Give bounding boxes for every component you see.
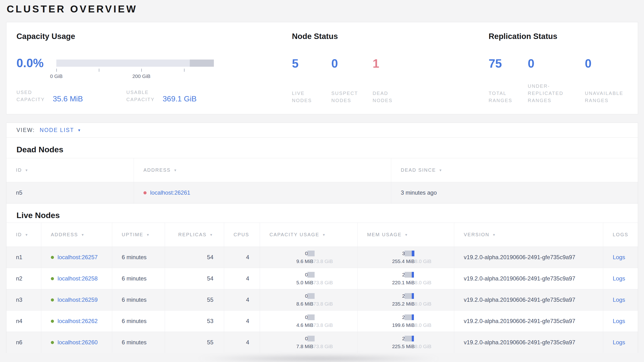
uptime-cell: 6 minutes <box>112 332 165 353</box>
live-node-address-cell: localhost:26259 <box>41 289 112 310</box>
logs-cell: Logs <box>603 289 638 310</box>
usage-used-value: 225.5 MiB <box>392 343 415 349</box>
capacity-axis-tick-label: 0 GiB <box>50 73 63 79</box>
usage-values: 7.8 MiB73.8 GiB <box>296 343 333 349</box>
logs-link[interactable]: Logs <box>613 296 625 303</box>
live-node-address-cell: localhost:26260 <box>41 332 112 353</box>
replication-status-stat: 75TOTAL RANGES <box>488 57 528 104</box>
view-dropdown[interactable]: NODE LIST <box>40 127 74 133</box>
dead-node-id-cell: n5 <box>6 182 134 203</box>
usage-used-value: 220.1 MiB <box>392 280 415 285</box>
mem-usage-cell: 2%220.1 MiB8.0 GiB <box>358 268 454 289</box>
view-bar: VIEW: NODE LIST ▼ <box>6 123 638 138</box>
usage-used-value: 235.2 MiB <box>392 301 415 307</box>
usage-meter: 2% <box>396 272 412 278</box>
usage-total-value: 73.8 GiB <box>314 301 333 307</box>
usage-values: 5.0 MiB73.8 GiB <box>296 280 333 285</box>
view-label: VIEW: <box>16 127 35 133</box>
replication-status-stat: 0UNAVAILABLE RANGES <box>585 57 638 104</box>
usage-total-value: 8.0 GiB <box>414 343 431 349</box>
capacity-axis-ticks <box>56 69 214 72</box>
capacity-axis-tick <box>141 69 142 72</box>
replication-status-stat: 0UNDER-REPLICATED RANGES <box>528 57 585 104</box>
logs-link[interactable]: Logs <box>613 275 625 282</box>
cpus-cell: 4 <box>224 332 260 353</box>
chevron-down-icon[interactable]: ▼ <box>77 128 82 132</box>
column-header-capacity-usage[interactable]: CAPACITY USAGE▼ <box>260 223 358 247</box>
usage-values: 255.4 MiB8.0 GiB <box>392 258 432 264</box>
usage-meter: 0% <box>299 314 314 320</box>
sort-arrow-icon[interactable]: ▼ <box>81 233 85 237</box>
usage-total-value: 8.0 GiB <box>414 280 431 285</box>
cpus-cell: 4 <box>224 247 260 268</box>
table-row: n3localhost:262596 minutes5540%8.6 MiB73… <box>6 289 638 310</box>
usage-bar-dark-segment <box>308 251 314 256</box>
column-header-id[interactable]: ID▼ <box>6 158 134 182</box>
node-list-panel: VIEW: NODE LIST ▼ Dead Nodes ID▼ADDRESS▼… <box>6 123 638 353</box>
sort-arrow-icon[interactable]: ▼ <box>322 233 326 237</box>
usage-meter: 0% <box>299 336 314 341</box>
mem-usage-cell: 2%199.6 MiB8.0 GiB <box>358 311 454 332</box>
column-header-mem-usage[interactable]: MEM USAGE▼ <box>358 223 454 247</box>
uptime-cell: 6 minutes <box>112 268 165 289</box>
dead-node-address-link[interactable]: localhost:26261 <box>150 189 190 196</box>
usage-total-value: 8.0 GiB <box>414 322 431 328</box>
column-header-address[interactable]: ADDRESS▼ <box>41 223 112 247</box>
usage-meter: 0% <box>299 272 314 278</box>
live-node-address-link[interactable]: localhost:26262 <box>58 318 98 324</box>
sort-arrow-icon[interactable]: ▼ <box>25 168 29 172</box>
replication-status-stat-label: UNDER-REPLICATED RANGES <box>528 83 579 104</box>
usable-capacity-label: USABLE CAPACITY <box>126 89 157 103</box>
capacity-axis-tick-label: 200 GiB <box>132 73 150 79</box>
usable-capacity-value: 369.1 GiB <box>162 95 196 103</box>
column-header-version[interactable]: VERSION▼ <box>454 223 603 247</box>
node-status-stat-value: 1 <box>372 57 399 70</box>
logs-cell: Logs <box>603 268 638 289</box>
used-capacity-item: USED CAPACITY 35.6 MiB <box>16 89 83 103</box>
usage-meter: 2% <box>396 293 412 299</box>
cpus-cell: 4 <box>224 268 260 289</box>
usage-bar-dark-segment <box>404 251 412 256</box>
sort-arrow-icon[interactable]: ▼ <box>174 168 177 172</box>
replicas-cell: 55 <box>165 289 224 310</box>
replication-status-stat-value: 0 <box>528 57 585 70</box>
sort-arrow-icon[interactable]: ▼ <box>404 233 408 237</box>
table-row: n1localhost:262576 minutes5440%9.6 MiB73… <box>6 247 638 268</box>
column-header-replicas[interactable]: REPLICAS▼ <box>165 223 224 247</box>
live-node-address-link[interactable]: localhost:26259 <box>58 296 98 303</box>
usage-used-value: 8.6 MiB <box>296 301 314 307</box>
mem-usage-cell: 3%255.4 MiB8.0 GiB <box>358 247 454 268</box>
column-header-address[interactable]: ADDRESS▼ <box>134 158 391 182</box>
node-status-stat-label: SUSPECT NODES <box>331 90 358 104</box>
replication-status-stat-value: 0 <box>585 57 638 70</box>
sort-arrow-icon[interactable]: ▼ <box>146 233 150 237</box>
usage-bar-dark-segment <box>404 314 412 320</box>
column-header-cpus: CPUS <box>224 223 260 247</box>
live-node-id-cell: n3 <box>6 289 41 310</box>
usage-bar-fill <box>412 272 414 278</box>
capacity-axis-tick <box>56 69 57 72</box>
column-header-id[interactable]: ID▼ <box>6 223 41 247</box>
mem-usage-cell: 2%225.5 MiB8.0 GiB <box>358 332 454 353</box>
column-header-dead-since[interactable]: DEAD SINCE▼ <box>391 158 638 182</box>
usage-bar-dark-segment <box>404 272 412 278</box>
live-node-address-link[interactable]: localhost:26258 <box>58 275 98 282</box>
live-node-address-link[interactable]: localhost:26257 <box>58 254 98 261</box>
capacity-summary: USED CAPACITY 35.6 MiB USABLE CAPACITY 3… <box>16 89 197 103</box>
logs-link[interactable]: Logs <box>613 318 625 324</box>
column-header-uptime[interactable]: UPTIME▼ <box>112 223 165 247</box>
used-capacity-label: USED CAPACITY <box>16 89 48 103</box>
logs-link[interactable]: Logs <box>613 254 625 261</box>
column-header-label: VERSION <box>464 232 490 237</box>
live-node-address-link[interactable]: localhost:26260 <box>58 339 98 346</box>
logs-link[interactable]: Logs <box>613 339 625 346</box>
capacity-usage-percent: 0.0% <box>16 56 44 70</box>
table-row: n4localhost:262626 minutes5340%4.6 MiB73… <box>6 310 638 332</box>
sort-arrow-icon[interactable]: ▼ <box>25 233 29 237</box>
sort-arrow-icon[interactable]: ▼ <box>492 233 496 237</box>
sort-arrow-icon[interactable]: ▼ <box>439 168 442 172</box>
column-header-label: DEAD SINCE <box>401 167 436 173</box>
sort-arrow-icon[interactable]: ▼ <box>210 233 214 237</box>
usage-values: 8.6 MiB73.8 GiB <box>296 301 333 307</box>
replication-status-stats: 75TOTAL RANGES0UNDER-REPLICATED RANGES0U… <box>488 57 638 104</box>
